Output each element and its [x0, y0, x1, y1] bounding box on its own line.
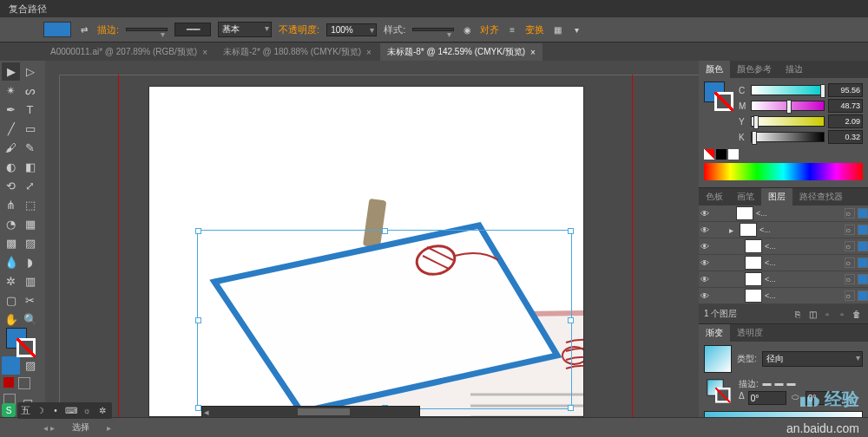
close-tab-icon[interactable]: ×: [366, 48, 372, 57]
resize-handle[interactable]: [568, 228, 574, 234]
swap-fill-stroke-icon[interactable]: ⇄: [78, 23, 90, 36]
channel-value[interactable]: 48.73: [828, 99, 863, 113]
locate-object-icon[interactable]: ⎘: [792, 308, 804, 320]
target-icon[interactable]: ○: [845, 208, 855, 218]
options-more-icon[interactable]: ▾: [570, 23, 582, 36]
shape-builder-tool[interactable]: ◔: [2, 215, 20, 233]
grad-ratio-input[interactable]: [806, 391, 844, 405]
rectangle-tool[interactable]: ▭: [21, 120, 39, 138]
channel-value[interactable]: 0.32: [828, 130, 863, 144]
graphic-style-dropdown[interactable]: [412, 28, 454, 31]
visibility-toggle-icon[interactable]: 👁: [699, 291, 711, 301]
expand-arrow-icon[interactable]: ▸: [725, 224, 737, 236]
transform-link[interactable]: 变换: [525, 23, 544, 36]
black-swatch[interactable]: [716, 149, 727, 160]
layer-row[interactable]: 👁<...○: [699, 255, 868, 271]
perspective-grid-tool[interactable]: ▦: [21, 215, 39, 233]
tab-color[interactable]: 颜色: [699, 61, 730, 78]
none-swatch[interactable]: [704, 149, 714, 160]
tab-layers[interactable]: 图层: [761, 188, 792, 205]
pen-tool[interactable]: ✒: [2, 101, 20, 119]
pencil-tool[interactable]: ✎: [21, 139, 39, 157]
color-mode-button[interactable]: [2, 356, 20, 375]
gradient-tool[interactable]: ▨: [21, 234, 39, 252]
resize-handle[interactable]: [195, 228, 201, 234]
direct-selection-tool[interactable]: ▷: [21, 62, 39, 81]
document-tab[interactable]: A0000011.ai* @ 207.89% (RGB/预览)×: [43, 43, 214, 61]
zoom-tool[interactable]: 🔍: [21, 310, 39, 329]
guide-line[interactable]: [118, 75, 119, 418]
guide-line[interactable]: [632, 75, 633, 418]
fill-color-swatch[interactable]: [43, 22, 71, 37]
fill-stroke-control[interactable]: [2, 329, 40, 355]
tab-gradient[interactable]: 渐变: [699, 324, 730, 342]
target-icon[interactable]: ○: [845, 258, 855, 268]
symbol-sprayer-tool[interactable]: ✲: [2, 272, 20, 290]
resize-handle[interactable]: [195, 405, 201, 411]
color-spectrum[interactable]: [704, 163, 863, 180]
target-icon[interactable]: ○: [845, 274, 855, 284]
recolor-icon[interactable]: ◉: [461, 23, 473, 36]
layer-row[interactable]: 👁<...○: [699, 205, 868, 222]
grad-fill-stroke[interactable]: [707, 379, 730, 402]
document-tab[interactable]: 未标题-2* @ 180.88% (CMYK/预览)×: [216, 43, 378, 61]
grad-angle-input[interactable]: [748, 391, 786, 405]
eyedropper-tool[interactable]: 💧: [2, 253, 20, 271]
visibility-toggle-icon[interactable]: 👁: [699, 258, 711, 268]
layer-row[interactable]: 👁▸<...○: [699, 222, 868, 238]
selection-bounding-box[interactable]: [197, 230, 572, 409]
stroke-style-preview[interactable]: ━━━: [174, 23, 211, 36]
target-icon[interactable]: ○: [845, 225, 855, 235]
ruler-horizontal[interactable]: [59, 61, 699, 75]
opacity-dropdown[interactable]: 100%: [326, 23, 377, 36]
rotate-tool[interactable]: ⟲: [2, 177, 20, 195]
new-layer-icon[interactable]: ▫: [836, 308, 848, 320]
tab-transparency[interactable]: 透明度: [730, 324, 770, 342]
magic-wand-tool[interactable]: ✴: [2, 82, 20, 100]
line-tool[interactable]: ╱: [2, 120, 20, 138]
ruler-vertical[interactable]: [45, 61, 60, 418]
slice-tool[interactable]: ✂: [21, 291, 39, 310]
ime-dot-icon[interactable]: •: [49, 404, 62, 416]
blob-brush-tool[interactable]: ◐: [2, 158, 20, 176]
lasso-tool[interactable]: ᔕ: [21, 82, 39, 100]
none-mode-button[interactable]: [3, 377, 14, 388]
artboard-tool[interactable]: ▢: [2, 291, 20, 310]
stroke-weight-dropdown[interactable]: [126, 28, 168, 31]
target-icon[interactable]: ○: [845, 241, 855, 251]
color-slider[interactable]: [751, 85, 825, 95]
stroke-grad-icon[interactable]: ▬: [786, 377, 798, 389]
close-tab-icon[interactable]: ×: [202, 48, 207, 57]
visibility-toggle-icon[interactable]: 👁: [699, 275, 711, 284]
horizontal-scrollbar[interactable]: ◂: [201, 406, 420, 418]
resize-handle[interactable]: [195, 317, 201, 323]
gradient-preview[interactable]: [704, 345, 732, 373]
document-tab[interactable]: 未标题-8* @ 142.59% (CMYK/预览)×: [380, 43, 542, 61]
draw-normal-button[interactable]: [18, 377, 30, 389]
align-link[interactable]: 对齐: [480, 23, 499, 36]
paintbrush-tool[interactable]: 🖌: [2, 139, 20, 157]
close-tab-icon[interactable]: ×: [530, 48, 536, 57]
make-clip-icon[interactable]: ◫: [806, 308, 819, 320]
width-tool[interactable]: ⋔: [2, 196, 20, 214]
tab-color-guide[interactable]: 颜色参考: [730, 61, 779, 78]
target-icon[interactable]: ○: [845, 290, 855, 301]
resize-handle[interactable]: [568, 405, 574, 411]
white-swatch[interactable]: [728, 149, 739, 160]
color-slider[interactable]: [751, 101, 825, 111]
fill-stroke-indicator[interactable]: [704, 82, 733, 111]
new-sublayer-icon[interactable]: ▫: [821, 308, 833, 320]
ime-keyboard-icon[interactable]: ⌨: [65, 404, 77, 416]
color-slider[interactable]: [751, 116, 825, 127]
color-slider[interactable]: [751, 132, 825, 142]
isolate-icon[interactable]: ▦: [551, 23, 563, 36]
type-tool[interactable]: T: [21, 101, 39, 119]
align-icon[interactable]: ≡: [506, 23, 518, 36]
resize-handle[interactable]: [568, 317, 574, 323]
layer-row[interactable]: 👁<...○: [699, 238, 868, 255]
ime-moon-icon[interactable]: ☽: [34, 404, 46, 416]
blend-tool[interactable]: ◗: [21, 253, 39, 271]
grad-type-dropdown[interactable]: 径向: [762, 351, 863, 367]
scale-tool[interactable]: ⤢: [21, 177, 39, 195]
delete-layer-icon[interactable]: 🗑: [851, 308, 863, 320]
